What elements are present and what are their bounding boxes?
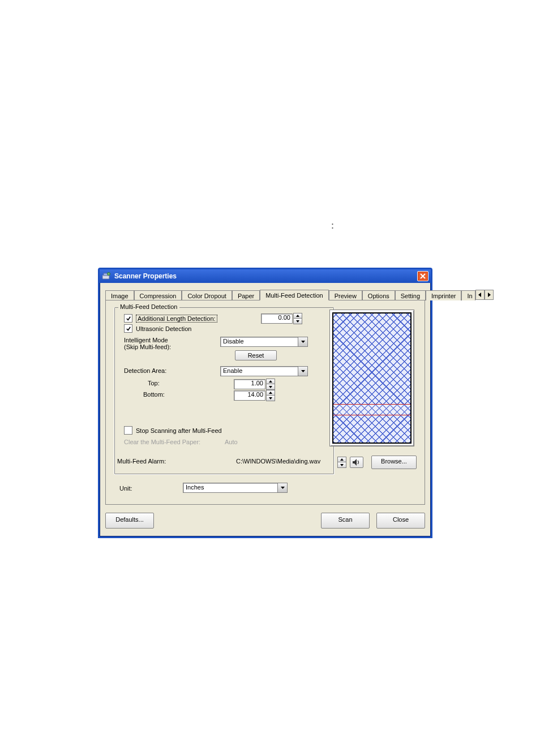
- svg-marker-15: [353, 459, 357, 466]
- bottom-value[interactable]: 14.00: [234, 390, 265, 401]
- spin-down-icon[interactable]: [337, 462, 346, 468]
- svg-marker-3: [478, 293, 481, 297]
- intelligent-mode-value[interactable]: Disable: [220, 337, 298, 347]
- unit-value[interactable]: Inches: [183, 483, 277, 493]
- speaker-icon: [353, 459, 361, 466]
- svg-point-2: [108, 273, 110, 276]
- stray-colon: :: [331, 220, 334, 231]
- additional-length-value[interactable]: 0.00: [261, 313, 293, 324]
- spin-up-icon[interactable]: [293, 313, 302, 319]
- tab-color-dropout[interactable]: Color Dropout: [182, 290, 232, 300]
- tab-partial[interactable]: In: [461, 290, 475, 300]
- detection-area-combo[interactable]: Enable: [220, 366, 308, 376]
- stop-scanning-checkbox[interactable]: [124, 426, 132, 435]
- svg-marker-10: [269, 386, 272, 388]
- tab-scroll-right[interactable]: [485, 290, 494, 300]
- detection-area-value[interactable]: Enable: [220, 366, 298, 376]
- tab-setting[interactable]: Setting: [395, 290, 426, 300]
- svg-marker-5: [296, 315, 299, 317]
- alarm-spinner[interactable]: [337, 457, 346, 468]
- spin-down-icon[interactable]: [266, 384, 275, 390]
- svg-marker-7: [301, 341, 305, 343]
- spin-down-icon[interactable]: [293, 319, 302, 324]
- chevron-down-icon[interactable]: [277, 483, 288, 493]
- svg-marker-12: [269, 397, 272, 400]
- alarm-label: Multi-Feed Alarm:: [117, 458, 166, 465]
- additional-length-spinner[interactable]: 0.00: [261, 313, 302, 324]
- clear-paper-value: Auto: [225, 439, 238, 445]
- tab-preview[interactable]: Preview: [329, 290, 362, 300]
- detection-area-overlay: [333, 404, 410, 415]
- reset-button[interactable]: Reset: [235, 350, 277, 360]
- dialog-button-row: Defaults... Scan Close: [105, 513, 425, 529]
- clear-paper-label: Clear the Multi-Feed Paper:: [124, 439, 200, 445]
- tab-strip: Image Compression Color Dropout Paper Mu…: [105, 289, 425, 300]
- scanner-properties-window: Scanner Properties Image Compression Col…: [98, 268, 432, 538]
- scan-button[interactable]: Scan: [321, 513, 370, 529]
- close-icon: [420, 273, 426, 279]
- intelligent-mode-combo[interactable]: Disable: [220, 337, 308, 347]
- close-dialog-button[interactable]: Close: [376, 513, 425, 529]
- tab-multi-feed-detection[interactable]: Multi-Feed Detection: [260, 290, 329, 300]
- bottom-spinner[interactable]: 14.00: [234, 390, 275, 401]
- svg-marker-9: [269, 380, 272, 383]
- svg-marker-16: [281, 487, 285, 489]
- browse-button[interactable]: Browse...: [371, 456, 417, 469]
- svg-marker-13: [340, 458, 344, 461]
- ultrasonic-checkbox[interactable]: [124, 324, 132, 333]
- chevron-down-icon[interactable]: [298, 366, 308, 376]
- unit-combo[interactable]: Inches: [183, 483, 288, 493]
- additional-length-checkbox[interactable]: [124, 314, 132, 323]
- tab-imprinter[interactable]: Imprinter: [426, 290, 461, 300]
- defaults-button[interactable]: Defaults...: [105, 513, 154, 529]
- svg-marker-6: [296, 320, 299, 323]
- detection-area-label: Detection Area:: [124, 367, 166, 374]
- bottom-label: Bottom:: [143, 391, 165, 398]
- tab-paper[interactable]: Paper: [232, 290, 260, 300]
- window-title: Scanner Properties: [114, 272, 177, 280]
- svg-marker-4: [488, 293, 491, 297]
- top-spinner[interactable]: 1.00: [234, 379, 275, 390]
- alarm-path: C:\WINDOWS\Media\ding.wav: [236, 458, 320, 465]
- spin-up-icon[interactable]: [337, 457, 346, 462]
- additional-length-label: Additional Length Detection:: [136, 315, 217, 323]
- tab-image[interactable]: Image: [105, 290, 134, 300]
- chevron-down-icon[interactable]: [298, 337, 308, 347]
- spin-up-icon[interactable]: [266, 379, 275, 384]
- spin-up-icon[interactable]: [266, 390, 275, 396]
- svg-marker-11: [269, 392, 272, 394]
- svg-marker-14: [340, 464, 344, 466]
- tab-compression[interactable]: Compression: [134, 290, 182, 300]
- scanner-app-icon: [102, 272, 111, 281]
- svg-marker-8: [301, 370, 305, 372]
- multi-feed-detection-group: Multi-Feed Detection Additional Length D…: [114, 307, 335, 475]
- top-label: Top:: [148, 380, 160, 386]
- titlebar[interactable]: Scanner Properties: [100, 269, 431, 283]
- ultrasonic-label: Ultrasonic Detection: [136, 325, 191, 332]
- intelligent-mode-label-2: (Skip Multi-feed):: [124, 343, 171, 350]
- play-sound-button[interactable]: [350, 457, 363, 468]
- tab-scroll-left[interactable]: [475, 290, 485, 300]
- tab-options[interactable]: Options: [362, 290, 395, 300]
- unit-label: Unit:: [119, 485, 132, 492]
- top-value[interactable]: 1.00: [234, 379, 265, 389]
- stop-scanning-label: Stop Scanning after Multi-Feed: [136, 427, 222, 434]
- intelligent-mode-label-1: Intelligent Mode: [124, 337, 171, 343]
- group-legend: Multi-Feed Detection: [118, 303, 179, 310]
- spin-down-icon[interactable]: [266, 396, 275, 401]
- close-button[interactable]: [417, 271, 428, 281]
- tab-panel: Multi-Feed Detection Additional Length D…: [105, 300, 425, 505]
- preview-pane: [329, 310, 414, 446]
